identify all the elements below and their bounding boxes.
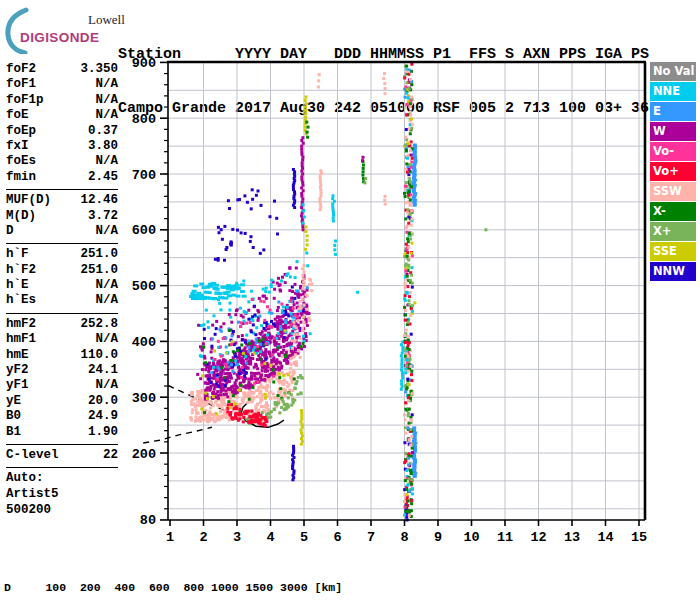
ionogram-viewer: Lowell DIGISONDE Station YYYY DAY DDD HH… (0, 0, 700, 600)
legend-item-ssw: SSW (650, 182, 696, 202)
x-tick-label: 10 (463, 530, 479, 545)
x-tick-label: 3 (233, 530, 241, 545)
x-tick-label: 15 (631, 530, 647, 545)
x-tick-label: 13 (564, 530, 580, 545)
y-tick-label: 300 (132, 391, 156, 406)
x-tick-label: 8 (400, 530, 408, 545)
y-tick-label: 500 (132, 279, 156, 294)
x-tick-label: 9 (434, 530, 442, 545)
ionogram-plot: 9008007006005004003002008012345678910111… (0, 0, 700, 600)
distance-row: D 100 200 400 600 800 1000 1500 3000 [km… (4, 581, 694, 596)
legend-item-vo: Vo- (650, 142, 696, 162)
legend-item-e: E (650, 102, 696, 122)
legend-item-x: X+ (650, 222, 696, 242)
y-tick-label: 700 (132, 168, 156, 183)
y-tick-label: 80 (140, 513, 156, 528)
legend-item-x: X- (650, 202, 696, 222)
legend-item-sse: SSE (650, 242, 696, 262)
legend-item-noval: No Val (650, 62, 696, 82)
x-tick-label: 14 (597, 530, 613, 545)
y-tick-label: 900 (132, 56, 156, 71)
legend-item-w: W (650, 122, 696, 142)
direction-color-legend: No ValNNEEWVo-Vo+SSWX-X+SSENNW (650, 62, 696, 282)
x-tick-label: 5 (300, 530, 308, 545)
x-tick-label: 2 (199, 530, 207, 545)
y-tick-label: 600 (132, 223, 156, 238)
legend-item-nnw: NNW (650, 262, 696, 282)
y-tick-label: 800 (132, 112, 156, 127)
legend-item-nne: NNE (650, 82, 696, 102)
legend-item-vo: Vo+ (650, 162, 696, 182)
x-tick-label: 12 (530, 530, 546, 545)
x-tick-label: 6 (333, 530, 341, 545)
y-tick-label: 200 (132, 447, 156, 462)
bottom-block: D 100 200 400 600 800 1000 1500 3000 [km… (4, 552, 694, 600)
x-tick-label: 4 (266, 530, 274, 545)
y-tick-label: 400 (132, 335, 156, 350)
plot-axes: 9008007006005004003002008012345678910111… (132, 56, 647, 545)
x-tick-label: 1 (166, 530, 174, 545)
x-tick-label: 11 (497, 530, 513, 545)
x-tick-label: 7 (367, 530, 375, 545)
